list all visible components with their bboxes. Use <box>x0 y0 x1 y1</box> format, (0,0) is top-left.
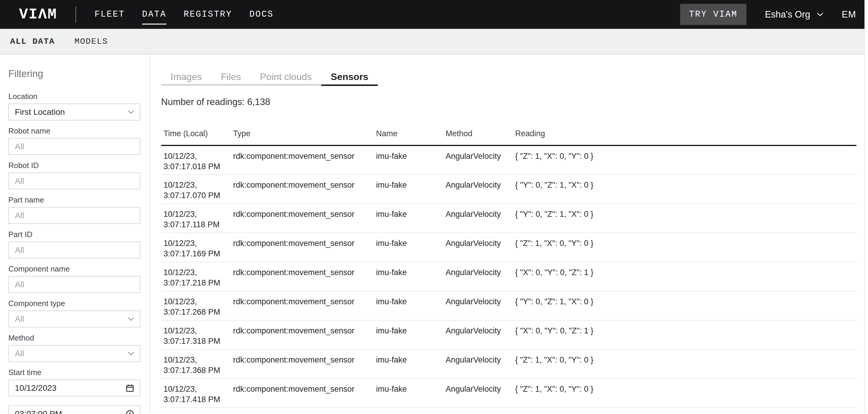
filter-location: Location First Location <box>8 93 140 120</box>
topbar-divider <box>75 6 76 23</box>
org-switcher[interactable]: Esha's Org <box>765 9 823 20</box>
table-row: 10/12/23,3:07:17.268 PM rdk:component:mo… <box>161 291 857 320</box>
nav-item-registry[interactable]: REGISTRY <box>184 9 232 25</box>
filter-start-time: Start time 10/12/2023 03:07:00 PM <box>8 369 140 414</box>
col-header-reading: Reading <box>513 129 857 145</box>
component-type-select[interactable]: All <box>8 310 140 327</box>
start-time-value: 03:07:00 PM <box>15 409 62 414</box>
filter-part-id: Part ID <box>8 231 140 259</box>
component-name-label: Component name <box>8 265 140 272</box>
readings-count: Number of readings: 6,138 <box>161 96 857 108</box>
clock-icon[interactable] <box>125 410 134 414</box>
location-label: Location <box>8 93 140 100</box>
component-type-label: Component type <box>8 300 140 307</box>
start-date-value: 10/12/2023 <box>15 383 57 393</box>
table-row: 10/12/23,3:07:17.418 PM rdk:component:mo… <box>161 379 857 408</box>
col-header-type: Type <box>231 129 374 145</box>
col-header-time: Time (Local) <box>161 129 231 145</box>
col-header-name: Name <box>374 129 443 145</box>
method-label: Method <box>8 334 140 342</box>
robot-id-label: Robot ID <box>8 162 140 169</box>
filter-robot-id: Robot ID <box>8 162 140 189</box>
part-name-input[interactable] <box>8 207 140 224</box>
component-name-input[interactable] <box>8 276 140 293</box>
filtering-sidebar: Filtering Location First Location Robot … <box>0 54 150 413</box>
chevron-down-icon <box>128 110 134 114</box>
org-name: Esha's Org <box>765 9 810 20</box>
top-bar: VIΛM FLEET DATA REGISTRY DOCS TRY VIAM E… <box>0 0 864 29</box>
data-type-tabs: Images Files Point clouds Sensors <box>161 66 378 86</box>
component-type-value: All <box>15 314 24 324</box>
subnav-tab-models[interactable]: MODELS <box>74 37 108 46</box>
filter-component-name: Component name <box>8 265 140 293</box>
method-value: All <box>15 349 24 358</box>
part-id-label: Part ID <box>8 231 140 238</box>
filter-component-type: Component type All <box>8 300 140 327</box>
filter-part-name: Part name <box>8 196 140 224</box>
nav-item-docs[interactable]: DOCS <box>249 9 274 25</box>
data-subnav: ALL DATA MODELS <box>0 29 864 54</box>
top-navigation: FLEET DATA REGISTRY DOCS <box>95 9 274 19</box>
filter-method: Method All <box>8 334 140 362</box>
tab-point-clouds[interactable]: Point clouds <box>251 66 321 85</box>
tab-images[interactable]: Images <box>161 66 211 85</box>
nav-item-data[interactable]: DATA <box>142 9 166 25</box>
start-time-input[interactable]: 03:07:00 PM <box>8 405 140 414</box>
subnav-tab-all-data[interactable]: ALL DATA <box>10 37 55 46</box>
chevron-down-icon <box>128 352 134 356</box>
tab-files[interactable]: Files <box>211 66 251 85</box>
table-row: 10/12/23,3:07:17.018 PM rdk:component:mo… <box>161 145 857 175</box>
table-row: 10/12/23,3:07:17.118 PM rdk:component:mo… <box>161 204 857 233</box>
scrollbar[interactable] <box>864 0 868 414</box>
sensor-readings-table: Time (Local) Type Name Method Reading 10… <box>161 129 857 408</box>
start-time-label: Start time <box>8 369 140 376</box>
table-row: 10/12/23,3:07:17.318 PM rdk:component:mo… <box>161 320 857 350</box>
table-row: 10/12/23,3:07:17.368 PM rdk:component:mo… <box>161 350 857 379</box>
table-row: 10/12/23,3:07:17.070 PM rdk:component:mo… <box>161 175 857 204</box>
robot-name-label: Robot name <box>8 127 140 135</box>
calendar-icon[interactable] <box>125 384 134 392</box>
try-viam-button[interactable]: TRY VIAM <box>680 4 746 25</box>
table-header-row: Time (Local) Type Name Method Reading <box>161 129 857 145</box>
tab-sensors[interactable]: Sensors <box>321 66 378 86</box>
filter-robot-name: Robot name <box>8 127 140 155</box>
user-avatar[interactable]: EM <box>842 9 857 20</box>
col-header-method: Method <box>443 129 513 145</box>
chevron-down-icon <box>128 317 134 321</box>
robot-name-input[interactable] <box>8 138 140 155</box>
method-select[interactable]: All <box>8 345 140 362</box>
table-row: 10/12/23,3:07:17.218 PM rdk:component:mo… <box>161 262 857 291</box>
part-name-label: Part name <box>8 196 140 203</box>
viam-logo: VIΛM <box>19 6 57 23</box>
chevron-down-icon <box>817 12 824 17</box>
part-id-input[interactable] <box>8 241 140 259</box>
start-date-input[interactable]: 10/12/2023 <box>8 380 140 396</box>
data-main: Images Files Point clouds Sensors Number… <box>150 54 864 413</box>
table-row: 10/12/23,3:07:17.169 PM rdk:component:mo… <box>161 233 857 262</box>
robot-id-input[interactable] <box>8 173 140 189</box>
filtering-title: Filtering <box>8 68 140 80</box>
location-value: First Location <box>15 107 65 117</box>
location-select[interactable]: First Location <box>8 104 140 120</box>
nav-item-fleet[interactable]: FLEET <box>95 9 125 25</box>
